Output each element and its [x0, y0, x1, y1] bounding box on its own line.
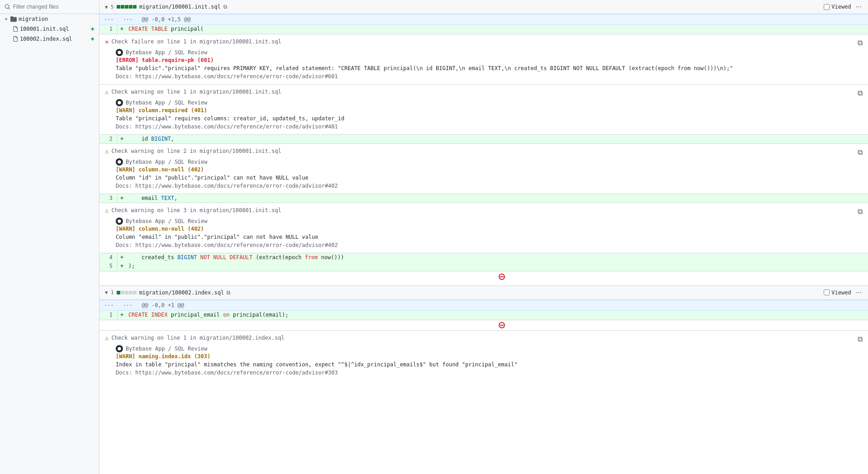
- file1-header-left: ▾ 5 migration/100001.init.sql ⧉: [105, 4, 824, 10]
- review-warn4-copy-btn[interactable]: ⧉: [858, 335, 863, 343]
- review-warn4-block: ⧉ ⚠ Check warning on line 1 in migration…: [99, 330, 868, 380]
- svg-point-1: [118, 101, 121, 104]
- review-error-rule: [ERROR] table.require-pk (601): [116, 57, 863, 63]
- review-warn2-rule: [WARN] column.no-null (402): [116, 166, 863, 173]
- review-warn2-block: ⧉ ⚠ Check warning on line 2 in migration…: [99, 143, 868, 194]
- file1-copy-btn[interactable]: ⧉: [223, 4, 227, 10]
- file1-viewed-text: Viewed: [831, 4, 851, 10]
- review-error-body: Bytebase App / SQL Review [ERROR] table.…: [99, 47, 868, 84]
- diff-bar-3: [125, 5, 128, 9]
- file1-hunk-header: ··· ··· @@ -0,0 +1,5 @@: [99, 14, 868, 25]
- diff-line-1: 1 + CREATE TABLE principal(: [99, 25, 868, 34]
- file1-path: migration/100001.init.sql: [139, 4, 221, 10]
- warning-icon-2: ⚠: [105, 147, 108, 155]
- review-warn1-copy-btn[interactable]: ⧉: [858, 89, 863, 97]
- file-icon: [13, 26, 18, 32]
- file-icon: [13, 36, 18, 42]
- folder-migration[interactable]: ▾ migration: [0, 14, 99, 24]
- svg-point-2: [118, 160, 121, 164]
- review-warn4-docs: Docs: https://www.bytebase.com/docs/refe…: [116, 370, 863, 376]
- diff-bar-4: [129, 5, 132, 9]
- review-warn4-app-row: Bytebase App / SQL Review: [116, 345, 863, 352]
- file2-copy-btn[interactable]: ⧉: [226, 289, 231, 296]
- review-error-copy-btn[interactable]: ⧉: [858, 39, 863, 47]
- line-num-collapse-1a: [459, 272, 477, 281]
- review-warn1-rule: [WARN] column.required (401): [116, 107, 863, 114]
- line-num-collapse-2b: [477, 321, 495, 330]
- line-code-1: CREATE TABLE principal(: [127, 25, 868, 34]
- file1-viewed-checkbox[interactable]: [824, 4, 830, 10]
- review-warn1-header: ⚠ Check warning on line 1 in migration/1…: [99, 85, 868, 97]
- diff-collapse-2[interactable]: [99, 320, 868, 331]
- review-error-header: ✕ Check failure on line 1 in migration/1…: [99, 34, 868, 47]
- diff-line-4: 4 + created_ts BIGINT NOT NULL DEFAULT (…: [99, 253, 868, 262]
- diff-bar-1: [117, 5, 120, 9]
- file1-collapse-btn[interactable]: ▾: [105, 4, 108, 10]
- line-num-f2-1: 1: [99, 311, 118, 320]
- file2-viewed-checkbox[interactable]: [824, 289, 830, 295]
- review-warn1-app-row: Bytebase App / SQL Review: [116, 99, 863, 106]
- svg-point-0: [118, 51, 121, 54]
- file2-viewed-text: Viewed: [831, 289, 851, 296]
- line-num-5: 5: [99, 262, 118, 271]
- file-item-index[interactable]: 100002.index.sql +: [0, 34, 99, 44]
- file2-collapse-btn[interactable]: ▾: [105, 289, 108, 296]
- diff-bar-f2-3: [125, 291, 128, 294]
- file1-hunk-dots-right: ···: [123, 16, 133, 23]
- search-icon: [5, 4, 10, 10]
- file2-header: ▾ 1 migration/100002.index.sql ⧉ Viewed …: [99, 285, 868, 300]
- file2-more-btn[interactable]: ···: [855, 289, 863, 297]
- line-sign-5: +: [118, 262, 127, 271]
- review-warn3-body: Bytebase App / SQL Review [WARN] column.…: [99, 216, 868, 253]
- line-sign-2: +: [118, 135, 127, 143]
- line-sign-1: +: [118, 25, 127, 34]
- diff-line-f2-1: 1 + CREATE INDEX principal_email on prin…: [99, 311, 868, 320]
- review-warn3-rule: [WARN] column.no-null (402): [116, 226, 863, 232]
- search-bar[interactable]: [0, 0, 99, 14]
- line-num-4: 4: [99, 253, 118, 262]
- file2-diff-bars: [117, 291, 137, 294]
- file2-viewed-label[interactable]: Viewed: [824, 289, 851, 296]
- review-warn2-app-name: Bytebase App / SQL Review: [126, 159, 208, 165]
- line-code-4: created_ts BIGINT NOT NULL DEFAULT (extr…: [127, 253, 868, 262]
- review-warn3-app-name: Bytebase App / SQL Review: [126, 218, 208, 224]
- file1-diff-bars: [117, 5, 137, 9]
- line-num-collapse-2a: [459, 321, 477, 330]
- review-error-app-row: Bytebase App / SQL Review: [116, 49, 863, 56]
- file1-hunk-range: @@ -0,0 +1,5 @@: [142, 16, 190, 23]
- error-icon: ✕: [105, 38, 108, 45]
- review-warn1-location: Check warning on line 1 in migration/100…: [111, 89, 281, 95]
- line-sign-3: +: [118, 194, 127, 203]
- diff-bar-f2-4: [129, 291, 132, 294]
- file1-viewed-label[interactable]: Viewed: [824, 4, 851, 10]
- svg-point-3: [118, 219, 121, 223]
- svg-point-4: [118, 347, 121, 351]
- file2-header-left: ▾ 1 migration/100002.index.sql ⧉: [105, 289, 824, 296]
- review-error-desc: Table "public"."principal" requires PRIM…: [116, 64, 863, 72]
- folder-icon: [10, 16, 17, 22]
- review-warn1-desc: Table "principal" requires columns: crea…: [116, 114, 863, 123]
- file1-header-right: Viewed ···: [824, 3, 863, 11]
- file2-header-right: Viewed ···: [824, 289, 863, 297]
- folder-label: migration: [19, 16, 48, 22]
- search-input[interactable]: [13, 4, 94, 10]
- chevron-down-icon: ▾: [5, 16, 8, 22]
- collapse-minus-2: [495, 321, 509, 330]
- file-item-init[interactable]: 100001.init.sql +: [0, 24, 99, 34]
- main-content: ▾ 5 migration/100001.init.sql ⧉ Viewed ·…: [99, 0, 868, 474]
- review-warn2-desc: Column "id" in "public"."principal" can …: [116, 174, 863, 182]
- bytebase-logo-3: [116, 158, 123, 166]
- file1-more-btn[interactable]: ···: [855, 3, 863, 11]
- diff-bar-2: [121, 5, 124, 9]
- review-warn2-copy-btn[interactable]: ⧉: [858, 148, 863, 156]
- file2-hunk-dots-right: ···: [123, 302, 133, 308]
- diff-line-2: 2 + id BIGINT,: [99, 134, 868, 143]
- review-warn1-block: ⧉ ⚠ Check warning on line 1 in migration…: [99, 84, 868, 134]
- file2-diff: ··· ··· @@ -0,0 +1 @@ 1 + CREATE INDEX p…: [99, 300, 868, 381]
- warning-icon-3: ⚠: [105, 207, 108, 214]
- file-init-label: 100001.init.sql: [20, 26, 89, 32]
- review-warn3-block: ⧉ ⚠ Check warning on line 3 in migration…: [99, 203, 868, 253]
- diff-collapse-1[interactable]: [99, 271, 868, 282]
- review-warn3-copy-btn[interactable]: ⧉: [858, 208, 863, 216]
- review-error-docs: Docs: https://www.bytebase.com/docs/refe…: [116, 73, 863, 80]
